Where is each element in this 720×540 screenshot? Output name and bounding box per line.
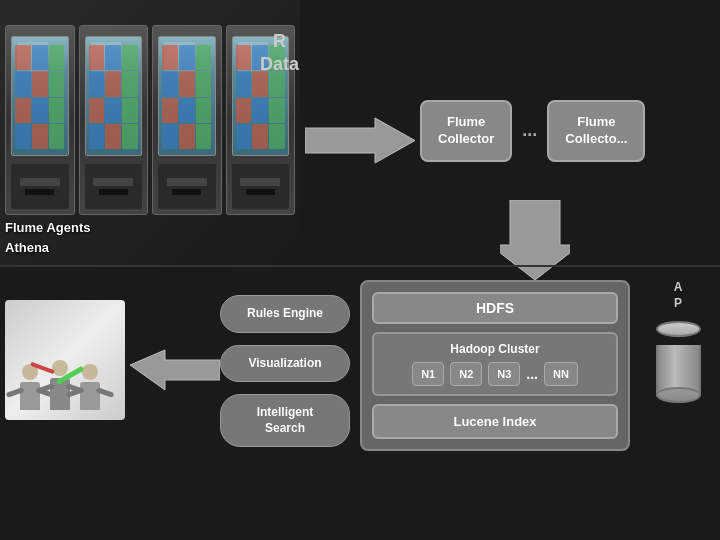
worker-1 — [20, 382, 40, 410]
bidirectional-arrow-svg — [130, 345, 220, 395]
hdfs-box: HDFS — [372, 292, 618, 324]
bidirectional-arrow — [130, 345, 220, 395]
vending-machine-3 — [152, 25, 222, 215]
vending-machines-group — [5, 5, 295, 215]
arrow-down — [500, 200, 580, 280]
left-tools-panel: Rules Engine Visualization Intelligent S… — [220, 295, 350, 447]
arrow-right — [300, 110, 420, 170]
intelligent-search-box: Intelligent Search — [220, 394, 350, 447]
vending-machines-area: Flume Agents Athena — [0, 0, 300, 265]
athena-label: Athena — [5, 240, 49, 255]
node-n1: N1 — [412, 362, 444, 386]
lucene-box: Lucene Index — [372, 404, 618, 439]
right-panel: A P — [638, 280, 718, 381]
hadoop-cluster: Hadoop Cluster N1 N2 N3 ... NN — [372, 332, 618, 396]
node-n2: N2 — [450, 362, 482, 386]
architecture-diagram: Flume Agents Athena RData Flume Collecto… — [0, 0, 720, 540]
hadoop-cluster-title: Hadoop Cluster — [382, 342, 608, 356]
arrow-right-svg — [305, 113, 415, 168]
database-cylinder — [656, 321, 701, 381]
flume-agents-label: Flume Agents — [5, 220, 90, 235]
node-nn: NN — [544, 362, 578, 386]
flume-collectors-row: Flume Collector ... FlumeCollecto... — [420, 100, 645, 162]
cylinder-bottom — [656, 387, 701, 403]
hadoop-panel: HDFS Hadoop Cluster N1 N2 N3 ... NN Luce… — [360, 280, 630, 451]
nodes-dots: ... — [526, 366, 538, 382]
flume-dots: ... — [522, 120, 537, 141]
vending-machine-1 — [5, 25, 75, 215]
section-divider — [0, 265, 720, 267]
node-n3: N3 — [488, 362, 520, 386]
raw-data-label: RData — [260, 30, 299, 77]
flume-collector-1: Flume Collector — [420, 100, 512, 162]
workers-figure — [5, 300, 125, 420]
arrow-down-svg — [500, 200, 570, 280]
worker-3 — [80, 382, 100, 410]
cylinder-top — [656, 321, 701, 337]
visualization-box: Visualization — [220, 345, 350, 383]
svg-marker-0 — [305, 118, 415, 163]
svg-marker-1 — [500, 200, 570, 280]
rules-engine-box: Rules Engine — [220, 295, 350, 333]
vending-machine-2 — [79, 25, 149, 215]
ap-label: A P — [674, 280, 683, 311]
workers-area — [0, 295, 130, 425]
nodes-row: N1 N2 N3 ... NN — [382, 362, 608, 386]
flume-collector-2: FlumeCollecto... — [547, 100, 645, 162]
svg-marker-2 — [130, 350, 220, 390]
